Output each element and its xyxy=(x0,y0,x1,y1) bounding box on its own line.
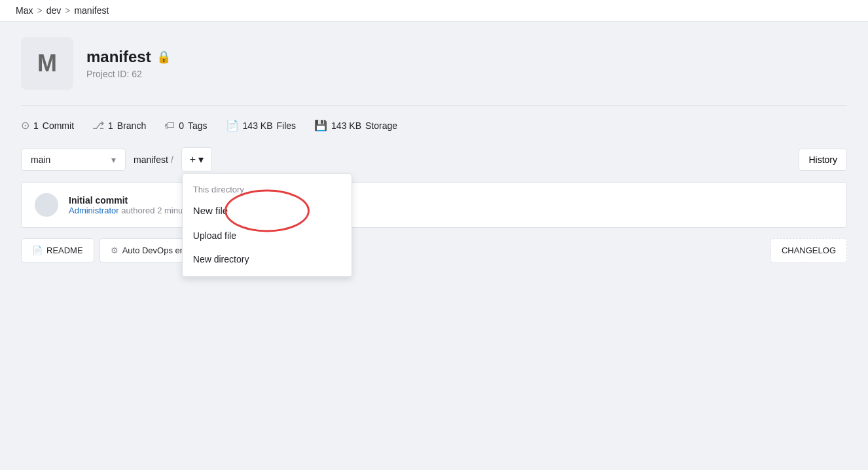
commit-label: Commit xyxy=(43,120,74,131)
history-button[interactable]: History xyxy=(799,149,847,171)
tag-icon: 🏷 xyxy=(164,120,175,132)
path-name: manifest xyxy=(134,154,168,165)
branch-count: 1 xyxy=(108,120,113,131)
breadcrumb-dev[interactable]: dev xyxy=(46,5,62,16)
tags-count: 0 xyxy=(179,120,184,131)
commit-count: 1 xyxy=(33,120,39,131)
files-label: Files xyxy=(277,120,297,131)
breadcrumb-current: manifest xyxy=(74,5,109,16)
files-size: 143 KB xyxy=(243,120,273,131)
tags-label: Tags xyxy=(188,120,208,131)
devops-icon: ⚙ xyxy=(111,245,118,255)
dropdown-item-upload-file[interactable]: Upload file xyxy=(183,224,352,247)
header-divider xyxy=(21,105,847,106)
commit-bar: Initial commit Administrator authored 2 … xyxy=(21,182,847,228)
branch-dropdown[interactable]: main ▾ xyxy=(21,149,126,171)
path-bar: manifest / xyxy=(134,154,173,165)
storage-size: 143 KB xyxy=(331,120,361,131)
commit-title: Initial commit xyxy=(69,195,128,206)
branch-name: main xyxy=(31,154,50,165)
breadcrumb-sep-1: > xyxy=(37,5,42,16)
tab-changelog[interactable]: CHANGELOG xyxy=(770,238,847,262)
commit-icon: ⊙ xyxy=(21,119,29,132)
breadcrumb: Max > dev > manifest xyxy=(16,5,852,16)
add-plus-icon: + xyxy=(190,154,196,166)
add-chevron-icon: ▾ xyxy=(198,153,204,166)
commit-time: authored 2 minu xyxy=(121,206,183,215)
avatar xyxy=(35,193,58,217)
breadcrumb-sep-2: > xyxy=(65,5,70,16)
dropdown-item-new-file[interactable]: New file xyxy=(183,197,352,224)
branch-label: Branch xyxy=(117,120,146,131)
breadcrumb-max[interactable]: Max xyxy=(16,5,33,16)
project-id: Project ID: 62 xyxy=(86,69,171,79)
commit-meta: Administrator authored 2 minu xyxy=(69,206,183,215)
lock-icon: 🔒 xyxy=(156,50,171,64)
add-button[interactable]: + ▾ This directory New file Upload file … xyxy=(181,147,212,172)
path-separator: / xyxy=(171,154,173,165)
toolbar: main ▾ manifest / + ▾ This directory New… xyxy=(21,147,847,172)
tab-readme[interactable]: 📄 README xyxy=(21,238,94,262)
stat-branch[interactable]: ⎇ 1 Branch xyxy=(92,119,146,132)
stat-tags[interactable]: 🏷 0 Tags xyxy=(164,120,207,132)
project-avatar: M xyxy=(21,37,73,90)
tab-changelog-label: CHANGELOG xyxy=(782,245,836,255)
project-header: M manifest 🔒 Project ID: 62 xyxy=(21,37,847,90)
add-dropdown-menu: This directory New file Upload file New … xyxy=(182,173,352,277)
stats-bar: ⊙ 1 Commit ⎇ 1 Branch 🏷 0 Tags 📄 143 KB … xyxy=(21,119,847,132)
project-name-heading: manifest 🔒 xyxy=(86,48,171,66)
tab-readme-label: README xyxy=(46,245,83,255)
branch-chevron-icon: ▾ xyxy=(111,154,116,165)
storage-label: Storage xyxy=(365,120,397,131)
stat-storage[interactable]: 💾 143 KB Storage xyxy=(314,119,397,132)
stat-commit[interactable]: ⊙ 1 Commit xyxy=(21,119,74,132)
bottom-tabs: 📄 README ⚙ Auto DevOps enab CHANGELOG xyxy=(21,238,847,262)
commit-info: Initial commit Administrator authored 2 … xyxy=(69,195,183,215)
project-info: manifest 🔒 Project ID: 62 xyxy=(86,48,171,79)
branch-icon: ⎇ xyxy=(92,119,104,132)
storage-icon: 💾 xyxy=(314,119,327,132)
readme-icon: 📄 xyxy=(32,245,43,255)
dropdown-item-new-directory[interactable]: New directory xyxy=(183,247,352,271)
commit-author[interactable]: Administrator xyxy=(69,206,119,215)
stat-files[interactable]: 📄 143 KB Files xyxy=(226,119,297,132)
dropdown-section-label: This directory xyxy=(183,179,352,197)
files-icon: 📄 xyxy=(226,119,239,132)
